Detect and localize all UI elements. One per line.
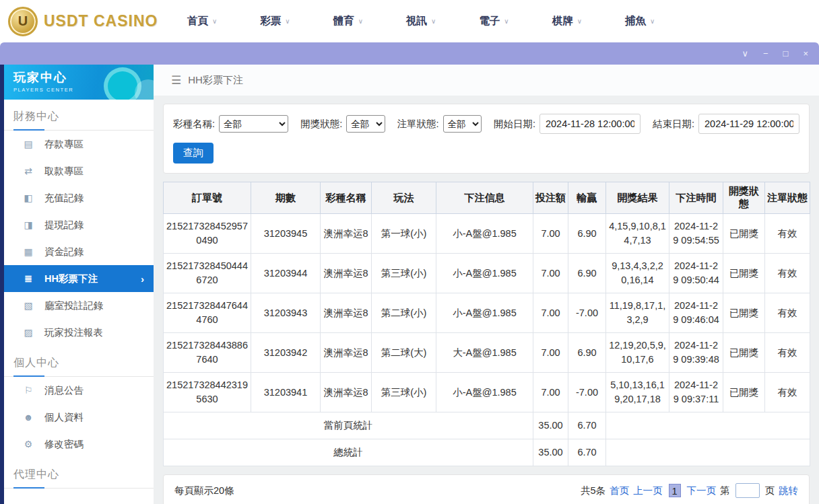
table-cell: 已開獎 xyxy=(723,254,765,293)
table-cell: 31203944 xyxy=(251,254,321,293)
sidebar-item-label: 廳室投註記錄 xyxy=(44,299,103,312)
sidebar-item-label: 玩家投注報表 xyxy=(44,326,103,339)
chevron-down-icon: ∨ xyxy=(650,17,655,25)
nav-item-sports[interactable]: 體育 ∨ xyxy=(333,14,363,28)
person-icon: ☻ xyxy=(23,412,34,423)
window-title-bar: ∨ − □ × xyxy=(0,42,819,65)
table-cell: 第一球(小) xyxy=(372,214,436,254)
grand-summary-label: 總統計 xyxy=(164,439,533,466)
gear-icon: ⚙ xyxy=(23,439,34,449)
sidebar-item-change-password[interactable]: ⚙ 修改密碼 xyxy=(4,431,154,458)
sidebar: 玩家中心 PLAYERS CENTER 財務中心 ▤ 存款專區 ⇄ 取款專區 ◧… xyxy=(4,65,154,504)
sidebar-item-announcements[interactable]: ⚐ 消息公告 xyxy=(4,377,154,404)
app-body: 玩家中心 PLAYERS CENTER 財務中心 ▤ 存款專區 ⇄ 取款專區 ◧… xyxy=(0,65,819,504)
sidebar-item-deposit[interactable]: ▤ 存款專區 xyxy=(4,131,154,157)
jump-button[interactable]: 跳转 xyxy=(779,484,798,497)
nav-item-lottery[interactable]: 彩票 ∨ xyxy=(260,14,290,28)
nav-label: 首頁 xyxy=(187,14,208,28)
nav-item-chess[interactable]: 棋牌 ∨ xyxy=(552,14,582,28)
grand-summary-row: 總統計 35.00 6.70 xyxy=(164,439,810,466)
end-date-input[interactable] xyxy=(698,114,799,134)
col-bet-amount: 投注額 xyxy=(533,182,568,214)
sidebar-item-withdrawal-record[interactable]: ◨ 提現記錄 xyxy=(4,211,154,238)
window-maximize-icon[interactable]: □ xyxy=(783,49,789,58)
sidebar-item-player-report[interactable]: ▨ 玩家投注報表 xyxy=(4,319,154,346)
page-jump-input[interactable] xyxy=(735,483,760,498)
table-cell: 有效 xyxy=(765,373,810,412)
table-cell: -7.00 xyxy=(568,373,606,412)
brand-logo[interactable]: U USDT CASINO xyxy=(0,7,156,36)
col-win-loss: 輸贏 xyxy=(568,182,606,214)
page-summary-bet-total: 35.00 xyxy=(533,412,568,439)
sidebar-item-label: 取款專區 xyxy=(44,165,84,178)
grand-summary-empty xyxy=(606,439,810,466)
nav-item-live-video[interactable]: 視訊 ∨ xyxy=(406,14,436,28)
sidebar-item-label: 修改密碼 xyxy=(44,438,84,451)
start-date-label: 開始日期: xyxy=(494,118,535,131)
order-status-select[interactable]: 全部 xyxy=(443,115,482,133)
table-cell: -7.00 xyxy=(568,293,606,333)
sidebar-item-profile[interactable]: ☻ 個人資料 xyxy=(4,404,154,431)
draw-status-select[interactable]: 全部 xyxy=(346,115,385,133)
nav-label: 視訊 xyxy=(406,14,427,28)
table-cell: 有效 xyxy=(765,254,810,293)
table-cell: 澳洲幸运8 xyxy=(321,214,372,254)
bets-table: 訂單號 期數 彩種名稱 玩法 下注信息 投注額 輸贏 開獎結果 下注時間 開獎狀… xyxy=(163,182,810,466)
table-cell: 4,15,9,10,8,14,7,13 xyxy=(606,214,669,254)
draw-status-label: 開獎狀態: xyxy=(300,118,342,131)
start-date-input[interactable] xyxy=(539,114,641,134)
table-cell: 有效 xyxy=(765,333,810,373)
table-cell: 7.00 xyxy=(533,293,568,333)
sidebar-item-recharge-record[interactable]: ◧ 充值記錄 xyxy=(4,184,154,211)
funds-record-icon: ▦ xyxy=(23,246,34,257)
page-summary-winloss-total: 6.70 xyxy=(568,412,606,439)
nav-label: 棋牌 xyxy=(552,14,573,28)
col-play-type: 玩法 xyxy=(372,182,436,214)
page-summary-row: 當前頁統計 35.00 6.70 xyxy=(164,412,810,439)
table-cell: 澳洲幸运8 xyxy=(321,293,372,333)
sidebar-item-room-bet-record[interactable]: ▧ 廳室投註記錄 xyxy=(4,292,154,319)
table-cell: 2152173284423195630 xyxy=(164,373,251,412)
window-controls: ∨ − □ × xyxy=(742,49,808,58)
table-cell: 7.00 xyxy=(533,254,568,293)
table-cell: 小-A盤@1.985 xyxy=(436,373,533,412)
search-button[interactable]: 查詢 xyxy=(173,143,214,164)
chevron-right-icon: › xyxy=(141,273,144,285)
chevron-down-icon: ∨ xyxy=(212,17,217,25)
nav-item-fishing[interactable]: 捕魚 ∨ xyxy=(625,14,655,28)
sidebar-item-label: 消息公告 xyxy=(44,384,84,397)
table-cell: 2024-11-29 09:50:44 xyxy=(669,254,723,293)
top-navigation-bar: U USDT CASINO 首頁 ∨ 彩票 ∨ 體育 ∨ 視訊 ∨ 電子 ∨ 棋… xyxy=(0,0,819,42)
prev-page-link[interactable]: 上一页 xyxy=(633,484,663,497)
current-page-button[interactable]: 1 xyxy=(669,484,681,497)
lottery-bets-icon: ≣ xyxy=(23,273,34,284)
lottery-name-label: 彩種名稱: xyxy=(173,118,215,131)
menu-toggle-icon[interactable]: ☰ xyxy=(171,73,181,87)
player-report-icon: ▨ xyxy=(23,327,34,338)
main-content: ☰ HH彩票下注 彩種名稱: 全部 開獎狀態: 全部 注單狀態: 全部 開始日期… xyxy=(154,65,819,504)
nav-item-slots[interactable]: 電子 ∨ xyxy=(479,14,509,28)
bell-icon: ⚐ xyxy=(23,385,34,396)
table-row: 2152173284529570490 31203945 澳洲幸运8 第一球(小… xyxy=(164,214,810,254)
chevron-down-icon: ∨ xyxy=(577,17,582,25)
main-nav: 首頁 ∨ 彩票 ∨ 體育 ∨ 視訊 ∨ 電子 ∨ 棋牌 ∨ 捕魚 ∨ xyxy=(187,14,655,28)
lottery-name-select[interactable]: 全部 xyxy=(219,115,288,133)
table-cell: 已開獎 xyxy=(723,214,765,254)
window-minimize-icon[interactable]: − xyxy=(763,49,768,58)
page-summary-label: 當前頁統計 xyxy=(164,412,533,439)
next-page-link[interactable]: 下一页 xyxy=(687,484,717,497)
sidebar-item-lottery-bets[interactable]: ≣ HH彩票下注 › xyxy=(4,265,154,292)
table-cell: 第二球(大) xyxy=(372,333,436,373)
window-close-icon[interactable]: × xyxy=(803,49,808,58)
sidebar-item-label: 資金記錄 xyxy=(44,246,84,258)
sidebar-item-withdraw[interactable]: ⇄ 取款專區 xyxy=(4,157,154,184)
page-size-text: 每頁顯示20條 xyxy=(174,484,234,497)
jump-label-suffix: 页 xyxy=(765,484,775,497)
breadcrumb: HH彩票下注 xyxy=(188,74,243,87)
first-page-link[interactable]: 首页 xyxy=(610,484,629,497)
table-cell: 澳洲幸运8 xyxy=(321,254,372,293)
window-collapse-icon[interactable]: ∨ xyxy=(742,49,748,58)
nav-item-home[interactable]: 首頁 ∨ xyxy=(187,14,217,28)
sidebar-item-funds-record[interactable]: ▦ 資金記錄 xyxy=(4,238,154,265)
table-cell: 小-A盤@1.985 xyxy=(436,254,533,293)
